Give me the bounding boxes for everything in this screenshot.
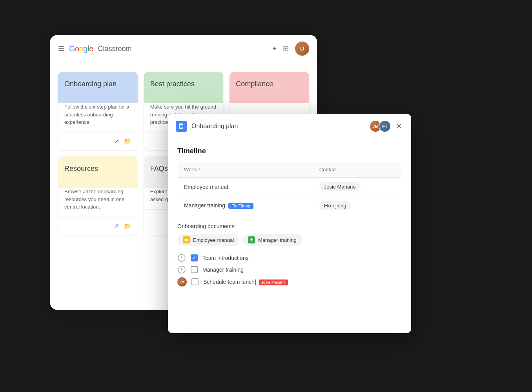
folder-icon[interactable]: 📁: [124, 138, 131, 145]
modal-content: Timeline Week 1 Contact Employee manual …: [168, 139, 411, 333]
slides-icon: [183, 236, 190, 243]
card-compliance-title: Compliance: [236, 80, 273, 88]
task-row-manager-training: Manager training: [177, 265, 402, 274]
table-cell-employee-manual: Employee manual: [178, 178, 313, 196]
svg-rect-2: [180, 126, 183, 127]
josie-chip[interactable]: Josie Mariano: [319, 182, 361, 191]
timeline-section-title: Timeline: [177, 147, 402, 155]
collaborator-avatar-2: FT: [379, 120, 391, 132]
table-cell-flo: Flo Tjiong: [313, 196, 401, 215]
svg-rect-3: [180, 127, 182, 128]
task-icon-area-2: [177, 265, 186, 274]
docs-label: Onboarding documents:: [177, 223, 402, 229]
folder-icon-3[interactable]: 📁: [124, 222, 131, 230]
employee-manual-label: Employee manual: [193, 237, 234, 243]
table-cell-josie: Josie Mariano: [313, 178, 401, 196]
modal-header: Onboarding plan JM FT ✕: [168, 114, 411, 139]
checkbox-checked-1[interactable]: ✓: [191, 254, 198, 261]
task-avatar-josie: JM: [177, 277, 187, 287]
card-faqs-title: FAQs: [150, 165, 168, 172]
card-resources[interactable]: Resources Browse all the onboarding reso…: [58, 156, 138, 235]
card-resources-desc: Browse all the onboarding resources you …: [64, 188, 131, 211]
hamburger-icon[interactable]: ☰: [58, 44, 64, 53]
docs-chips: Employee manual Manager training: [177, 234, 402, 246]
collaborators-avatars: JM FT: [369, 120, 391, 132]
card-onboarding-header: Onboarding plan: [58, 72, 138, 103]
flo-cursor-tooltip: Flo Tjiong: [228, 203, 253, 209]
table-row-employee-manual: Employee manual Josie Mariano: [178, 178, 402, 196]
timeline-table: Week 1 Contact Employee manual Josie Mar…: [177, 162, 402, 215]
table-row-manager-training: Manager training Flo Tjiong Flo Tjiong: [178, 196, 402, 215]
card-resources-title: Resources: [64, 165, 98, 172]
table-header-contact: Contact: [313, 162, 401, 178]
task-icon-area-1: [177, 254, 186, 262]
checkbox-empty-3[interactable]: [191, 278, 199, 285]
svg-rect-1: [180, 125, 183, 126]
onboarding-modal: Onboarding plan JM FT ✕ Timeline: [168, 114, 411, 333]
header-left: ☰ Google Classroom: [58, 44, 132, 53]
card-resources-body: Browse all the onboarding resources you …: [58, 188, 138, 217]
checkbox-empty-2[interactable]: [191, 266, 198, 273]
modal-header-right: JM FT ✕: [369, 120, 403, 132]
google-logo: Google: [69, 44, 93, 53]
app-name: Classroom: [98, 45, 132, 53]
card-compliance-body: [230, 103, 309, 109]
card-compliance-header: Compliance: [230, 72, 309, 103]
task-row-team-intros: ✓ Team introductions: [177, 254, 402, 262]
trend-icon[interactable]: ↗: [114, 138, 119, 145]
task-add-icon-1: [177, 254, 186, 262]
user-avatar[interactable]: U: [295, 42, 309, 56]
card-onboarding-footer: ↗ 📁: [58, 132, 138, 150]
manager-training-label: Manager training: [258, 237, 297, 243]
task-text-1: Team introductions: [202, 255, 249, 261]
card-onboarding-title: Onboarding plan: [64, 80, 117, 88]
josie-cursor: [255, 279, 256, 285]
documents-section: Onboarding documents: Employee manual: [177, 223, 402, 246]
card-onboarding-desc: Follow the six-step plan for a seamless …: [64, 103, 131, 126]
tasks-section: ✓ Team introductions Manager training: [177, 254, 402, 287]
sheets-icon: [248, 236, 255, 243]
task-row-schedule-lunch: JM Schedule team lunch Josie Mariano: [177, 277, 402, 287]
task-avatar-area-3: JM: [177, 277, 187, 287]
modal-title: Onboarding plan: [191, 123, 238, 130]
card-onboarding-body: Follow the six-step plan for a seamless …: [58, 103, 138, 132]
card-best-practices-header: Best practices: [144, 72, 224, 103]
close-button[interactable]: ✕: [394, 120, 403, 132]
card-resources-footer: ↗ 📁: [58, 217, 138, 234]
plus-icon[interactable]: +: [272, 45, 277, 53]
modal-header-left: Onboarding plan: [176, 121, 238, 132]
manager-training-chip[interactable]: Manager training: [242, 234, 302, 246]
classroom-header: ☰ Google Classroom + ⊞ U: [50, 35, 317, 62]
task-text-2: Manager training: [202, 267, 244, 273]
task-text-3: Schedule team lunch Josie Mariano: [203, 279, 288, 285]
svg-rect-6: [250, 238, 253, 241]
header-right: + ⊞ U: [272, 42, 309, 56]
table-cell-manager-training: Manager training Flo Tjiong: [178, 196, 313, 215]
grid-icon[interactable]: ⊞: [283, 44, 289, 53]
card-best-practices-title: Best practices: [150, 80, 195, 88]
google-docs-icon: [176, 121, 187, 132]
josie-cursor-label: Josie Mariano: [259, 279, 288, 285]
avatar-image: U: [295, 42, 309, 56]
task-add-icon-2: [177, 265, 186, 274]
flo-chip[interactable]: Flo Tjiong: [319, 201, 351, 210]
svg-rect-5: [185, 239, 188, 241]
table-header-week: Week 1: [178, 162, 313, 178]
trend-icon-3[interactable]: ↗: [114, 222, 119, 230]
card-resources-header: Resources: [58, 156, 138, 188]
employee-manual-chip[interactable]: Employee manual: [177, 234, 239, 246]
card-onboarding-plan[interactable]: Onboarding plan Follow the six-step plan…: [58, 72, 138, 150]
